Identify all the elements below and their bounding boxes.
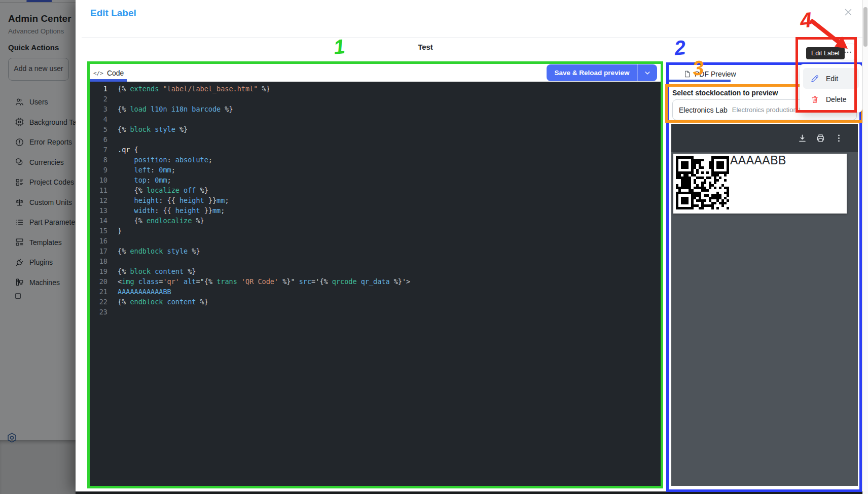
- modal-title: Edit Label: [90, 8, 136, 19]
- admin-sidebar: Admin Center Advanced Options Quick Acti…: [0, 0, 76, 494]
- code-line: 13 width: {{ height }}mm;: [90, 205, 661, 216]
- code-line: 16: [90, 236, 661, 246]
- code-line: 20<img class='qr' alt="{% trans 'QR Code…: [90, 276, 661, 287]
- trash-icon: [810, 95, 819, 104]
- modal-backdrop-overlay: [0, 0, 76, 494]
- code-line: 19{% block content %}: [90, 266, 661, 276]
- code-line: 7.qr {: [90, 145, 661, 155]
- code-line: 17{% endblock style %}: [90, 246, 661, 256]
- header-divider: [82, 37, 865, 38]
- code-line: 18: [90, 256, 661, 266]
- bottom-edge: [76, 491, 868, 494]
- printer-icon[interactable]: [816, 133, 825, 143]
- stocklocation-description: Electronics production f: [732, 106, 801, 114]
- save-reload-button[interactable]: Save & Reload preview: [547, 64, 657, 81]
- code-line: 9 left: 0mm;: [90, 165, 661, 175]
- close-icon[interactable]: [843, 7, 854, 18]
- pdf-file-icon: [683, 70, 691, 78]
- tab-pdf-preview[interactable]: PDF Preview: [683, 68, 736, 80]
- download-icon[interactable]: [798, 133, 807, 143]
- chevron-down-icon: [644, 69, 651, 77]
- code-line: 15}: [90, 226, 661, 236]
- code-line: 21AAAAAAAAAAABB: [90, 287, 661, 297]
- qr-code: [676, 156, 729, 209]
- code-line: 8 position: absolute;: [90, 155, 661, 165]
- code-line: 12 height: {{ height }}mm;: [90, 195, 661, 205]
- stocklocation-value: Electronics Lab: [679, 106, 728, 114]
- code-line: 2: [90, 94, 661, 104]
- menu-item-edit[interactable]: Edit: [803, 68, 859, 89]
- scrollbar-thumb[interactable]: [863, 7, 867, 47]
- code-line: 3{% load l10n i18n barcode %}: [90, 104, 661, 114]
- dots-vertical-icon[interactable]: [834, 133, 844, 143]
- save-options-caret[interactable]: [637, 64, 657, 81]
- code-line: 1{% extends "label/label_base.html" %}: [90, 84, 661, 94]
- code-line: 23: [90, 307, 661, 317]
- pdf-viewer-toolbar: [671, 124, 858, 152]
- menu-item-label: Edit: [826, 75, 838, 83]
- code-editor[interactable]: 1{% extends "label/label_base.html" %}23…: [90, 82, 661, 486]
- edit-label-tooltip: Edit Label: [806, 47, 845, 59]
- code-icon: </>: [93, 70, 103, 77]
- template-name-heading: Test: [410, 43, 441, 51]
- scrollbar[interactable]: [862, 0, 868, 494]
- label-page-text: AAAAABB: [730, 154, 786, 167]
- screen: Admin Center Advanced Options Quick Acti…: [0, 0, 868, 494]
- code-line: 14 {% endlocalize %}: [90, 216, 661, 226]
- code-line: 4: [90, 114, 661, 124]
- save-reload-label[interactable]: Save & Reload preview: [547, 64, 637, 81]
- menu-item-label: Delete: [826, 95, 846, 103]
- code-line: 5{% block style %}: [90, 124, 661, 134]
- menu-item-delete[interactable]: Delete: [803, 89, 859, 110]
- code-line: 6: [90, 134, 661, 145]
- tab-code[interactable]: </> Code: [93, 67, 124, 79]
- pdf-tab-active-underline: [669, 80, 731, 82]
- label-actions-dropdown: EditDelete: [800, 64, 862, 113]
- code-line: 22{% endblock content %}: [90, 297, 661, 307]
- stocklocation-select-label: Select stocklocation to preview: [672, 89, 778, 97]
- code-line: 10 top: 0mm;: [90, 175, 661, 185]
- pencil-icon: [810, 74, 819, 83]
- code-line: 11 {% localize off %}: [90, 185, 661, 195]
- dots-icon: [843, 48, 852, 57]
